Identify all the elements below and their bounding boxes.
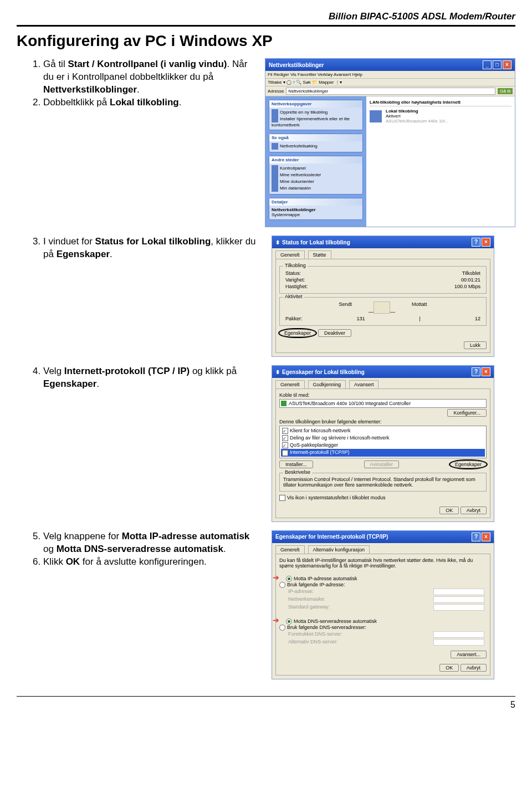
wizard-icon	[272, 109, 278, 116]
page-title: Konfigurering av PC i Windows XP	[17, 32, 515, 50]
window-title: Egenskaper for Lokal tilkobling	[282, 369, 365, 375]
help-icon	[272, 143, 278, 150]
dns2-input	[433, 639, 484, 646]
close-icon[interactable]: ×	[482, 533, 490, 541]
divider-bottom	[17, 696, 515, 697]
checkbox-icon[interactable]	[282, 428, 288, 434]
maximize-icon[interactable]: □	[493, 60, 502, 69]
arrow-icon: ➔	[273, 616, 279, 625]
status-icon: ⬍	[275, 369, 280, 375]
ip-input	[433, 589, 484, 595]
checkbox-icon[interactable]	[282, 450, 288, 456]
home-net-icon	[272, 116, 278, 122]
help-icon[interactable]: ?	[472, 238, 480, 247]
close-icon[interactable]: ×	[503, 60, 511, 69]
seealso-panel: Se også Nettverksfeilsøking	[269, 134, 363, 152]
duration-value: 00:01:21	[461, 277, 480, 283]
connection-item[interactable]: Lokal tilkobling Aktivert ASUSTeK/Broadc…	[370, 109, 511, 124]
tab-advanced[interactable]: Avansert	[349, 380, 378, 388]
steps-1-2: Gå til Start / Kontrollpanel (i vanlig v…	[17, 58, 254, 109]
activity-icon	[374, 301, 390, 314]
doc-header: Billion BIPAC-5100S ADSL Modem/Router	[17, 11, 515, 22]
nic-icon	[281, 401, 287, 406]
ok-button[interactable]: OK	[439, 507, 459, 514]
activity-group: Aktivitet Sendt —— Mottatt Pakker:131|12	[279, 297, 487, 326]
window-title: Egenskaper for Internett-protokoll (TCP/…	[275, 534, 388, 540]
adapter-field: ASUSTeK/Broadcom 440x 10/100 Integrated …	[279, 399, 487, 408]
arrow-icon: ➔	[273, 573, 279, 582]
install-button[interactable]: Installer...	[279, 461, 313, 468]
step-4: Velg Internett-protokoll (TCP / IP) og k…	[17, 365, 260, 391]
task-item[interactable]: Opprette en ny tilkobling	[272, 109, 360, 116]
gateway-input	[433, 604, 484, 611]
ok-button[interactable]: OK	[439, 664, 459, 672]
packets-sent: 131	[357, 316, 365, 321]
checkbox-icon[interactable]	[282, 442, 288, 448]
advanced-button[interactable]: Avansert...	[451, 651, 487, 658]
address-bar[interactable]: Nettverkstilkoblinger	[286, 88, 495, 95]
link-item[interactable]: Kontrollpanel	[272, 165, 360, 172]
description-group: Beskrivelse Transmission Control Protoco…	[279, 473, 487, 492]
help-icon[interactable]: ?	[472, 533, 480, 541]
task-item[interactable]: Installer hjemmenettverk eller et lite k…	[272, 116, 360, 127]
netplaces-icon	[272, 172, 278, 178]
screenshot-tcpip-dialog: Egenskaper for Internett-protokoll (TCP/…	[272, 530, 494, 680]
mask-input	[433, 596, 484, 603]
lan-icon	[370, 110, 382, 122]
link-item[interactable]: Min datamaskin	[272, 185, 360, 192]
screenshot-properties-dialog: ⬍Egenskaper for Lokal tilkobling ?× Gene…	[272, 365, 494, 522]
checkbox-icon[interactable]	[282, 435, 288, 441]
window-title: Nettverkstilkoblinger	[269, 62, 324, 68]
uninstall-button: Avinstaller	[364, 461, 399, 468]
screenshot-network-connections: Nettverkstilkoblinger _□× Fil Rediger Vi…	[265, 58, 515, 227]
close-button[interactable]: Lukk	[464, 341, 487, 349]
link-item[interactable]: Nettverksfeilsøking	[272, 143, 360, 150]
group-header: LAN-tilkobling eller høyhastighets Inter…	[370, 100, 461, 105]
divider-top	[17, 25, 515, 27]
tab-auth[interactable]: Godkjenning	[308, 380, 346, 388]
deactivate-button[interactable]: Deaktiver	[318, 329, 351, 337]
cancel-button[interactable]: Avbryt	[461, 507, 487, 514]
tab-general[interactable]: Generelt	[275, 545, 305, 554]
computer-icon	[272, 185, 278, 192]
window-title: Status for Lokal tilkobling	[282, 239, 350, 245]
link-item[interactable]: Mine dokumenter	[272, 178, 360, 185]
show-icon-checkbox[interactable]	[279, 495, 285, 501]
docs-icon	[272, 178, 278, 185]
tab-altconfig[interactable]: Alternativ konfigurasjon	[308, 545, 370, 554]
cp-icon	[272, 165, 278, 172]
toolbar[interactable]: Tilbake ▾ ◯ ↑ 🔍 Søk 📁 Mapper ⋮▾	[265, 79, 515, 86]
go-button[interactable]: Gå til	[498, 88, 513, 94]
radio-auto-dns[interactable]	[286, 618, 292, 625]
radio-auto-ip[interactable]	[286, 576, 292, 582]
steps-5-6: Velg knappene for Motta IP-adresse autom…	[17, 530, 260, 569]
tasks-panel: Nettverksoppgaver Opprette en ny tilkobl…	[269, 100, 363, 130]
dns1-input	[433, 631, 484, 638]
menu-bar[interactable]: Fil Rediger Vis Favoritter Verktøy Avans…	[265, 71, 515, 79]
link-item[interactable]: Mine nettverkssteder	[272, 172, 360, 178]
packets-received: 12	[475, 316, 480, 321]
close-icon[interactable]: ×	[482, 238, 490, 247]
components-list[interactable]: Klient for Microsoft-nettverk Deling av …	[279, 426, 487, 458]
radio-manual-dns[interactable]	[279, 625, 285, 631]
page-number: 5	[17, 700, 515, 710]
properties-button[interactable]: Egenskaper	[279, 329, 316, 337]
connection-group: Tilkobling Status:Tilkoblet Varighet:00:…	[279, 266, 487, 294]
close-icon[interactable]: ×	[482, 367, 490, 376]
status-value: Tilkoblet	[462, 270, 480, 276]
tab-support[interactable]: Støtte	[308, 250, 331, 259]
radio-manual-ip[interactable]	[279, 582, 285, 588]
tab-general[interactable]: Generelt	[275, 250, 305, 259]
speed-value: 100.0 Mbps	[454, 284, 480, 289]
minimize-icon[interactable]: _	[483, 60, 492, 69]
configure-button[interactable]: Konfigurer...	[447, 409, 487, 417]
status-icon: ⬍	[275, 239, 280, 245]
screenshot-status-dialog: ⬍Status for Lokal tilkobling ?× Generelt…	[272, 236, 494, 357]
cancel-button[interactable]: Avbryt	[461, 664, 487, 672]
step-3: I vinduet for Status for Lokal tilkoblin…	[17, 236, 260, 261]
details-panel: Detaljer Nettverkstilkoblinger Systemmap…	[269, 198, 363, 220]
places-panel: Andre steder Kontrollpanel Mine nettverk…	[269, 156, 363, 195]
help-icon[interactable]: ?	[472, 367, 480, 376]
tab-general[interactable]: Generelt	[275, 380, 305, 388]
properties-button[interactable]: Egenskaper	[450, 461, 487, 468]
